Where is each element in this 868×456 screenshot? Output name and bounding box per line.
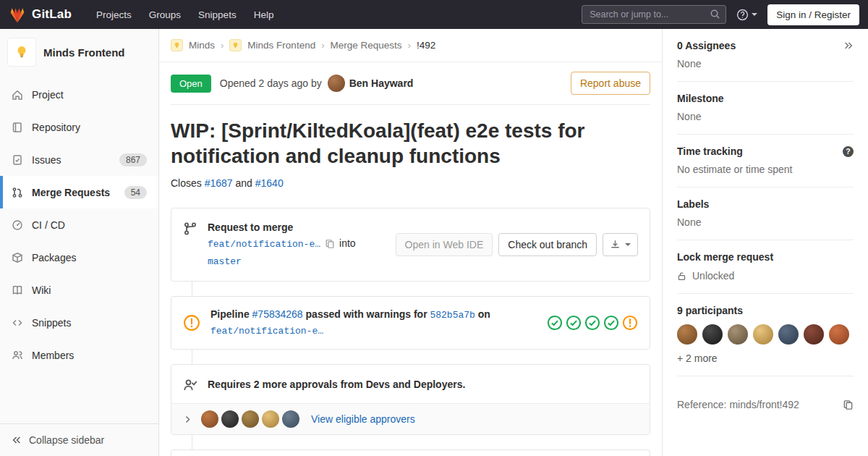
stage-passed-icon[interactable] xyxy=(603,315,619,331)
breadcrumb-project[interactable]: Minds Frontend xyxy=(247,40,315,51)
view-eligible-approvers-link[interactable]: View eligible approvers xyxy=(311,413,415,425)
merge-request-widget: Request to merge feat/notification-e…int… xyxy=(171,208,650,282)
open-web-ide-button[interactable]: Open in Web IDE xyxy=(396,233,493,256)
milestone-title: Milestone xyxy=(677,93,724,104)
approver-avatar[interactable] xyxy=(242,410,259,428)
approvals-text: Requires 2 more approvals from Devs and … xyxy=(208,379,465,390)
breadcrumb-merge-requests[interactable]: Merge Requests xyxy=(331,40,402,51)
pipeline-branch-ref[interactable]: feat/notification-e… xyxy=(210,326,323,337)
sidebar-item-issues[interactable]: Issues 867 xyxy=(0,143,158,176)
copy-branch-icon[interactable] xyxy=(325,239,335,249)
package-icon xyxy=(12,252,23,263)
sidebar-item-label: Merge Requests xyxy=(32,187,110,198)
copy-reference-icon[interactable] xyxy=(843,400,854,410)
double-chevron-left-icon xyxy=(12,435,22,445)
participant-avatar[interactable] xyxy=(829,324,849,345)
sidebar-item-project[interactable]: Project xyxy=(0,78,158,111)
approver-avatar[interactable] xyxy=(282,410,299,428)
home-icon xyxy=(12,89,23,101)
discussion-widget-cutoff xyxy=(171,449,650,456)
participant-avatar[interactable] xyxy=(702,324,723,345)
sidebar-item-snippets[interactable]: Snippets xyxy=(0,306,158,339)
participant-avatar[interactable] xyxy=(677,324,697,345)
more-participants-link[interactable]: + 2 more xyxy=(677,352,854,364)
closes-label: Closes xyxy=(171,177,202,189)
milestone-section: Milestone None xyxy=(677,82,854,135)
checkout-branch-button[interactable]: Check out branch xyxy=(498,233,597,256)
project-crumb-avatar xyxy=(229,39,242,51)
closes-conjunction: and xyxy=(236,177,252,189)
nav-projects[interactable]: Projects xyxy=(89,5,139,25)
stage-passed-icon[interactable] xyxy=(566,315,582,331)
chevron-down-icon xyxy=(752,13,757,16)
breadcrumb: Minds › Minds Frontend › Merge Requests … xyxy=(159,29,662,62)
collapse-right-sidebar-icon[interactable] xyxy=(843,41,854,51)
issuable-sidebar: 0 Assignees None Milestone None Time tra… xyxy=(662,29,868,456)
project-header[interactable]: Minds Frontend xyxy=(0,29,158,74)
into-label: into xyxy=(339,237,356,249)
eligible-approver-avatars xyxy=(201,410,299,428)
assignees-value: None xyxy=(677,58,854,69)
breadcrumb-separator: › xyxy=(408,40,411,51)
reference-value: minds/front!492 xyxy=(729,399,799,410)
nav-snippets[interactable]: Snippets xyxy=(191,5,244,25)
report-abuse-button[interactable]: Report abuse xyxy=(571,72,650,95)
nav-groups[interactable]: Groups xyxy=(142,5,188,25)
pipeline-on-label: on xyxy=(478,308,490,320)
request-to-merge-label: Request to merge xyxy=(208,219,356,235)
sidebar-item-label: Members xyxy=(32,350,74,361)
approver-avatar[interactable] xyxy=(262,410,279,428)
source-branch-ref[interactable]: feat/notification-e… xyxy=(208,239,320,250)
approver-avatar[interactable] xyxy=(221,410,239,428)
pipeline-number-link[interactable]: #75834268 xyxy=(252,308,303,320)
sidebar-item-merge-requests[interactable]: Merge Requests 54 xyxy=(0,176,158,208)
participant-avatar[interactable] xyxy=(753,324,773,345)
sidebar-item-cicd[interactable]: CI / CD xyxy=(0,208,158,241)
author-avatar[interactable] xyxy=(328,75,345,92)
help-dropdown[interactable] xyxy=(736,9,757,21)
sign-in-button[interactable]: Sign in / Register xyxy=(767,4,859,25)
chevron-down-icon xyxy=(625,243,631,246)
target-branch-ref[interactable]: master xyxy=(208,256,242,267)
sidebar-item-members[interactable]: Members xyxy=(0,339,158,371)
author-name[interactable]: Ben Hayward xyxy=(349,77,414,89)
participant-avatar[interactable] xyxy=(778,324,799,345)
breadcrumb-group[interactable]: Minds xyxy=(189,40,215,51)
search-input[interactable] xyxy=(582,5,726,24)
issues-count-badge: 867 xyxy=(119,153,147,166)
sidebar-item-packages[interactable]: Packages xyxy=(0,241,158,274)
breadcrumb-mr-ref: !492 xyxy=(417,40,435,51)
download-dropdown-button[interactable] xyxy=(603,233,638,256)
approvals-icon xyxy=(183,378,197,392)
issue-link-1640[interactable]: #1640 xyxy=(255,177,284,189)
pipeline-label: Pipeline xyxy=(210,308,250,320)
wiki-icon xyxy=(12,284,23,296)
stage-passed-icon[interactable] xyxy=(584,315,600,331)
sidebar-item-wiki[interactable]: Wiki xyxy=(0,274,158,306)
milestone-value: None xyxy=(677,111,854,122)
search-icon xyxy=(710,9,720,20)
project-avatar xyxy=(7,38,36,67)
time-tracking-help-icon[interactable]: ? xyxy=(843,146,854,157)
commit-sha-link[interactable]: 582b5a7b xyxy=(430,310,475,321)
approver-avatar[interactable] xyxy=(201,410,218,428)
collapse-sidebar-button[interactable]: Collapse sidebar xyxy=(0,423,158,456)
participant-avatar[interactable] xyxy=(728,324,748,345)
sidebar-item-label: Project xyxy=(32,89,64,101)
stage-warning-icon[interactable] xyxy=(622,315,638,331)
nav-help[interactable]: Help xyxy=(247,5,281,25)
reference-section: Reference: minds/front!492 xyxy=(677,376,854,434)
pipeline-status-text: passed with warnings for xyxy=(306,308,427,320)
sidebar-item-label: CI / CD xyxy=(32,219,65,231)
sidebar-item-repository[interactable]: Repository xyxy=(0,111,158,143)
lock-section: Lock merge request Unlocked xyxy=(677,240,854,294)
issue-link-1687[interactable]: #1687 xyxy=(205,177,233,189)
participant-avatars xyxy=(677,324,854,345)
stage-passed-icon[interactable] xyxy=(547,315,563,331)
chevron-right-icon[interactable] xyxy=(183,415,192,424)
mr-page: Minds › Minds Frontend › Merge Requests … xyxy=(159,29,662,456)
participant-avatar[interactable] xyxy=(804,324,824,345)
gitlab-logo[interactable]: GitLab xyxy=(9,7,72,23)
group-avatar xyxy=(171,39,183,51)
cicd-icon xyxy=(12,219,23,231)
